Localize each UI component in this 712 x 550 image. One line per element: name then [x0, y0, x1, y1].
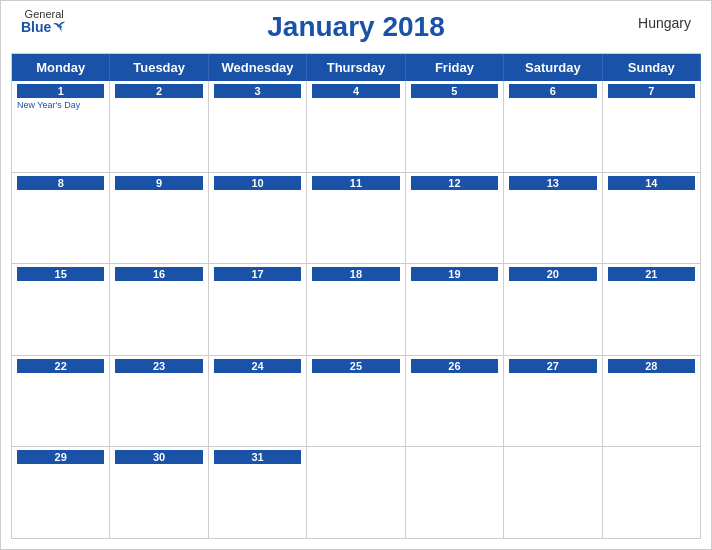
day-cell: 26 — [406, 356, 504, 447]
day-header-saturday: Saturday — [504, 54, 602, 81]
week-row-2: 891011121314 — [12, 173, 701, 265]
day-number: 4 — [312, 84, 399, 98]
day-number: 7 — [608, 84, 695, 98]
day-number: 20 — [509, 267, 596, 281]
day-cell: 27 — [504, 356, 602, 447]
day-number: 13 — [509, 176, 596, 190]
country-label: Hungary — [638, 15, 691, 31]
day-number: 19 — [411, 267, 498, 281]
bird-icon — [53, 21, 67, 33]
day-cell: 6 — [504, 81, 602, 172]
day-cell: 12 — [406, 173, 504, 264]
day-cell: 11 — [307, 173, 405, 264]
day-cell: 20 — [504, 264, 602, 355]
day-cell: 28 — [603, 356, 701, 447]
day-cell: 2 — [110, 81, 208, 172]
day-header-tuesday: Tuesday — [110, 54, 208, 81]
logo-blue: Blue — [21, 20, 67, 34]
day-cell — [504, 447, 602, 538]
day-cell: 10 — [209, 173, 307, 264]
day-cell: 25 — [307, 356, 405, 447]
day-cell: 7 — [603, 81, 701, 172]
day-number: 26 — [411, 359, 498, 373]
day-number: 12 — [411, 176, 498, 190]
day-cell: 16 — [110, 264, 208, 355]
day-cell: 14 — [603, 173, 701, 264]
day-number: 8 — [17, 176, 104, 190]
day-number: 6 — [509, 84, 596, 98]
day-header-friday: Friday — [406, 54, 504, 81]
day-number: 5 — [411, 84, 498, 98]
week-row-3: 15161718192021 — [12, 264, 701, 356]
logo-area: General Blue — [21, 9, 67, 34]
calendar-container: General Blue January 2018 Hungary Monday… — [0, 0, 712, 550]
day-cell: 22 — [12, 356, 110, 447]
day-cell: 5 — [406, 81, 504, 172]
day-cell: 21 — [603, 264, 701, 355]
day-number: 28 — [608, 359, 695, 373]
day-number: 31 — [214, 450, 301, 464]
day-cell: 8 — [12, 173, 110, 264]
day-header-wednesday: Wednesday — [209, 54, 307, 81]
day-cell: 24 — [209, 356, 307, 447]
day-number: 3 — [214, 84, 301, 98]
day-number: 22 — [17, 359, 104, 373]
week-row-1: 1New Year's Day234567 — [12, 81, 701, 173]
day-headers: MondayTuesdayWednesdayThursdayFridaySatu… — [12, 54, 701, 81]
day-number: 16 — [115, 267, 202, 281]
day-number: 14 — [608, 176, 695, 190]
day-cell: 17 — [209, 264, 307, 355]
day-number: 18 — [312, 267, 399, 281]
calendar-grid: MondayTuesdayWednesdayThursdayFridaySatu… — [11, 53, 701, 539]
day-number: 15 — [17, 267, 104, 281]
day-cell: 23 — [110, 356, 208, 447]
day-cell — [307, 447, 405, 538]
day-number: 29 — [17, 450, 104, 464]
day-number: 23 — [115, 359, 202, 373]
day-cell — [603, 447, 701, 538]
day-cell: 31 — [209, 447, 307, 538]
week-row-5: 293031 — [12, 447, 701, 539]
day-header-thursday: Thursday — [307, 54, 405, 81]
day-cell: 30 — [110, 447, 208, 538]
day-number: 2 — [115, 84, 202, 98]
day-number: 27 — [509, 359, 596, 373]
day-cell: 9 — [110, 173, 208, 264]
day-cell: 1New Year's Day — [12, 81, 110, 172]
day-number: 1 — [17, 84, 104, 98]
day-header-sunday: Sunday — [603, 54, 701, 81]
day-number: 25 — [312, 359, 399, 373]
day-number: 24 — [214, 359, 301, 373]
day-cell: 18 — [307, 264, 405, 355]
day-cell: 3 — [209, 81, 307, 172]
day-cell: 19 — [406, 264, 504, 355]
calendar-title: January 2018 — [267, 11, 444, 43]
day-number: 21 — [608, 267, 695, 281]
day-header-monday: Monday — [12, 54, 110, 81]
day-cell: 29 — [12, 447, 110, 538]
day-number: 10 — [214, 176, 301, 190]
day-number: 17 — [214, 267, 301, 281]
day-number: 30 — [115, 450, 202, 464]
day-cell — [406, 447, 504, 538]
day-number: 9 — [115, 176, 202, 190]
holiday-label: New Year's Day — [17, 100, 104, 111]
calendar-header: General Blue January 2018 Hungary — [1, 1, 711, 53]
day-cell: 13 — [504, 173, 602, 264]
week-row-4: 22232425262728 — [12, 356, 701, 448]
day-number: 11 — [312, 176, 399, 190]
weeks-container: 1New Year's Day2345678910111213141516171… — [12, 81, 701, 539]
day-cell: 15 — [12, 264, 110, 355]
day-cell: 4 — [307, 81, 405, 172]
